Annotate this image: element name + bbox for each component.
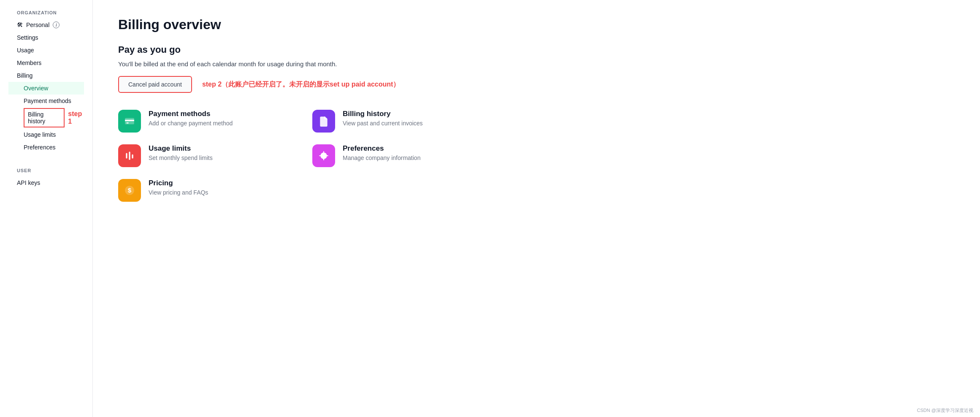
cards-grid: Payment methods Add or change payment me…: [118, 110, 481, 202]
svg-rect-4: [129, 152, 130, 160]
sidebar-item-preferences[interactable]: Preferences: [8, 141, 84, 154]
sidebar-usage-label: Usage: [17, 47, 34, 54]
billing-history-text: Billing history View past and current in…: [343, 110, 423, 127]
usage-limits-heading: Usage limits: [149, 144, 213, 153]
preferences-sub: Manage company information: [343, 154, 420, 161]
payment-methods-sub: Add or change payment method: [149, 120, 233, 127]
sidebar-payment-methods-label: Payment methods: [24, 97, 71, 104]
description: You'll be billed at the end of each cale…: [118, 60, 955, 68]
sidebar-overview-label: Overview: [24, 85, 48, 92]
pricing-icon: $: [118, 179, 141, 202]
svg-rect-3: [126, 153, 127, 159]
svg-rect-1: [125, 120, 134, 121]
sidebar-item-payment-methods[interactable]: Payment methods: [8, 95, 84, 107]
billing-history-icon: [312, 110, 335, 133]
preferences-icon: [312, 144, 335, 167]
usage-limits-text: Usage limits Set monthly spend limits: [149, 144, 213, 161]
sidebar: ORGANIZATION 🛠 Personal i Settings Usage…: [0, 0, 93, 417]
main-content: Billing overview Pay as you go You'll be…: [93, 0, 980, 417]
page-title: Billing overview: [118, 17, 955, 32]
sidebar-item-billing-history[interactable]: Billing history: [24, 108, 65, 127]
step1-annotation: step 1: [68, 110, 84, 125]
sidebar-item-settings[interactable]: Settings: [8, 31, 84, 44]
sidebar-item-billing[interactable]: Billing: [8, 69, 84, 82]
pricing-text: Pricing View pricing and FAQs: [149, 179, 208, 196]
card-pricing[interactable]: $ Pricing View pricing and FAQs: [118, 179, 287, 202]
sidebar-billing-label: Billing: [17, 72, 32, 79]
card-billing-history[interactable]: Billing history View past and current in…: [312, 110, 481, 133]
card-preferences[interactable]: Preferences Manage company information: [312, 144, 481, 167]
org-section-label: ORGANIZATION: [8, 10, 84, 19]
step2-annotation: step 2（此账户已经开启了。未开启的显示set up paid accoun…: [202, 80, 400, 89]
preferences-text: Preferences Manage company information: [343, 144, 420, 161]
sidebar-api-keys-label: API keys: [17, 179, 40, 186]
svg-rect-5: [132, 154, 133, 159]
billing-history-heading: Billing history: [343, 110, 423, 118]
sidebar-item-usage-limits[interactable]: Usage limits: [8, 128, 84, 141]
sidebar-item-overview[interactable]: Overview: [8, 82, 84, 95]
payment-methods-icon: [118, 110, 141, 133]
sidebar-item-usage[interactable]: Usage: [8, 44, 84, 57]
sidebar-item-members[interactable]: Members: [8, 57, 84, 69]
sidebar-personal-label: Personal: [26, 22, 49, 28]
button-row: Cancel paid account step 2（此账户已经开启了。未开启的…: [118, 76, 955, 93]
card-payment-methods[interactable]: Payment methods Add or change payment me…: [118, 110, 287, 133]
section-title: Pay as you go: [118, 44, 955, 55]
sidebar-preferences-label: Preferences: [24, 144, 55, 151]
sidebar-members-label: Members: [17, 60, 41, 66]
payment-methods-heading: Payment methods: [149, 110, 233, 118]
sidebar-item-api-keys[interactable]: API keys: [8, 176, 84, 189]
card-usage-limits[interactable]: Usage limits Set monthly spend limits: [118, 144, 287, 167]
usage-limits-sub: Set monthly spend limits: [149, 154, 213, 161]
pricing-heading: Pricing: [149, 179, 208, 187]
svg-text:$: $: [128, 187, 132, 194]
usage-limits-icon: [118, 144, 141, 167]
sidebar-billing-history-label: Billing history: [28, 111, 56, 125]
cancel-paid-account-button[interactable]: Cancel paid account: [118, 76, 192, 93]
sidebar-usage-limits-label: Usage limits: [24, 131, 56, 138]
billing-history-sub: View past and current invoices: [343, 120, 423, 127]
sidebar-settings-label: Settings: [17, 34, 38, 41]
payment-methods-text: Payment methods Add or change payment me…: [149, 110, 233, 127]
briefcase-icon: 🛠: [17, 22, 23, 28]
svg-rect-2: [126, 122, 128, 123]
info-icon[interactable]: i: [53, 22, 60, 28]
watermark: CSDN @深度学习深度近视: [917, 407, 973, 414]
preferences-heading: Preferences: [343, 144, 420, 153]
user-section-label: USER: [8, 168, 84, 176]
sidebar-item-personal[interactable]: 🛠 Personal i: [8, 19, 84, 31]
pricing-sub: View pricing and FAQs: [149, 189, 208, 196]
